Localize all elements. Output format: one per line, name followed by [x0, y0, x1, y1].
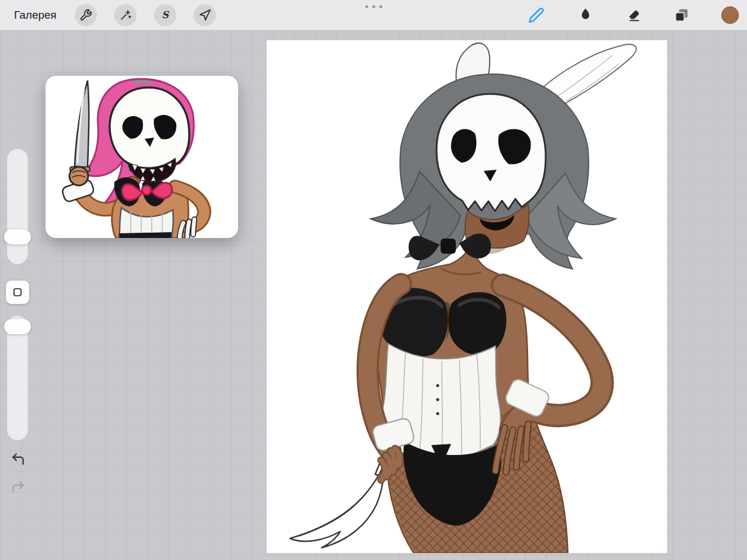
layers-button[interactable]	[673, 6, 690, 24]
multitask-dots	[365, 5, 382, 8]
reference-panel[interactable]	[46, 76, 238, 238]
reference-drag-handle[interactable]	[132, 80, 152, 83]
canvas-artwork	[267, 40, 667, 553]
eraser-icon	[626, 8, 641, 23]
modify-button[interactable]	[6, 281, 29, 304]
transform-button[interactable]	[194, 4, 216, 26]
opacity-handle[interactable]	[4, 319, 31, 334]
color-circle-icon	[721, 6, 739, 24]
selection-s-icon: S	[159, 9, 172, 22]
modify-square-icon	[11, 285, 25, 299]
app-window: Галерея S	[0, 0, 747, 560]
smudge-tool-button[interactable]	[577, 6, 594, 24]
smudge-icon	[578, 8, 593, 23]
undo-icon	[11, 452, 26, 467]
color-button[interactable]	[721, 6, 739, 24]
brush-icon	[528, 7, 544, 23]
wrench-icon	[79, 9, 92, 22]
brush-size-handle[interactable]	[4, 229, 31, 244]
undo-button[interactable]	[7, 448, 29, 470]
reference-artwork	[46, 76, 238, 238]
drawing-canvas[interactable]	[267, 40, 667, 553]
adjustments-button[interactable]	[114, 4, 137, 26]
magic-wand-icon	[119, 9, 132, 22]
brush-size-slider[interactable]	[7, 149, 28, 264]
eraser-tool-button[interactable]	[625, 6, 643, 24]
svg-text:S: S	[162, 9, 170, 20]
top-toolbar: Галерея S	[0, 0, 747, 30]
paint-tool-button[interactable]	[528, 6, 545, 24]
opacity-slider[interactable]	[7, 316, 28, 440]
redo-button[interactable]	[7, 476, 29, 498]
layers-icon	[673, 7, 690, 23]
gallery-button[interactable]: Галерея	[14, 0, 57, 30]
redo-icon	[11, 480, 26, 495]
actions-button[interactable]	[75, 4, 97, 26]
selection-button[interactable]: S	[154, 4, 176, 26]
transform-arrow-icon	[198, 9, 211, 22]
